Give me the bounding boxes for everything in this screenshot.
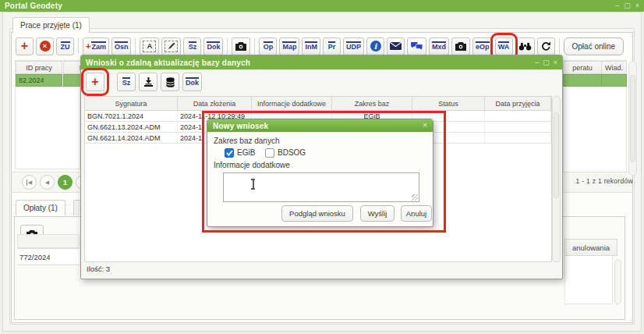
send-button[interactable]: Wyślij: [360, 205, 395, 222]
col-header-status[interactable]: Status: [412, 97, 485, 110]
toolbar-separator: [135, 38, 136, 54]
minimize-icon[interactable]: –: [615, 2, 619, 9]
page-first-button[interactable]: ◀: [22, 175, 37, 190]
col-header-wiad[interactable]: Wiad.: [601, 61, 627, 74]
download-button[interactable]: [139, 73, 157, 91]
resize-grip[interactable]: [412, 194, 418, 201]
area-edit-button[interactable]: [161, 37, 181, 55]
minimize-icon[interactable]: –: [535, 59, 539, 66]
op-button[interactable]: Op: [259, 37, 277, 55]
circle-x-icon: ×: [40, 41, 51, 52]
close-icon[interactable]: ×: [554, 59, 557, 66]
mail-button[interactable]: [387, 37, 405, 55]
search-button[interactable]: [515, 37, 535, 55]
wnioski-dialog-titlebar[interactable]: Wnioski o zdalną aktualizację bazy danyc…: [81, 55, 562, 69]
new-request-button[interactable]: +: [86, 73, 104, 91]
selected-work-row[interactable]: 82.2024: [16, 74, 62, 87]
pr-button[interactable]: Pr: [323, 37, 341, 55]
col-header-sygnatura[interactable]: Sygnatura: [85, 97, 178, 110]
col-header-operat[interactable]: peratu: [563, 61, 602, 74]
tab-prace-przyjete[interactable]: Prace przyjęte (1): [12, 17, 90, 33]
scrollbar-thumb[interactable]: [554, 112, 559, 198]
col-header-id-pracy[interactable]: ID pracy: [16, 61, 62, 74]
works-table-scrollbar[interactable]: [628, 61, 637, 176]
fee-number-cell[interactable]: 772/2024: [17, 248, 80, 265]
col-header-anulowania[interactable]: anulowania: [564, 239, 617, 256]
nowy-wniosek-titlebar[interactable]: Nowy wniosek ×: [207, 119, 433, 132]
wnioski-dialog-title: Wnioski o zdalną aktualizację bazy danyc…: [86, 59, 250, 67]
camera-icon: [235, 41, 247, 51]
camera-button[interactable]: [232, 37, 250, 55]
dashed-area-a-icon: A: [143, 41, 156, 52]
osn-button[interactable]: Osn: [111, 37, 132, 55]
check-icon: [226, 150, 233, 156]
informacje-dodatkowe-label: Informacje dodatkowe: [214, 161, 290, 169]
cell-sygnatura: BGN.7021.1.2024: [85, 111, 178, 121]
close-icon[interactable]: ×: [635, 2, 639, 9]
map-button[interactable]: Map: [279, 37, 299, 55]
zam-label: Zam: [91, 41, 106, 52]
wnioski-table-scrollbar[interactable]: [552, 96, 561, 262]
egib-label[interactable]: EGiB: [237, 148, 255, 157]
pay-online-button[interactable]: Opłać online: [564, 37, 625, 55]
col-header-informacje[interactable]: Informacje dodatkowe: [252, 97, 332, 110]
camera-icon: [455, 41, 467, 51]
maximize-icon[interactable]: ▢: [543, 59, 550, 66]
text-cursor-icon: [250, 179, 256, 190]
refresh-button[interactable]: [537, 37, 555, 55]
wnioski-dok-button[interactable]: Dok: [182, 73, 202, 91]
cell-sygnatura: GN.6621.14.2024.ADM: [85, 133, 178, 143]
add-work-button[interactable]: +: [16, 37, 34, 55]
database-button[interactable]: [161, 73, 179, 91]
dok-button[interactable]: Dok: [203, 37, 223, 55]
col-header-zakres-baz[interactable]: Zakres baz: [332, 97, 412, 110]
oplaty-scrollbar[interactable]: [614, 259, 621, 304]
map-label: Map: [282, 41, 296, 52]
refresh-icon: [541, 41, 551, 52]
mxd-label: Mxd: [432, 41, 446, 52]
egib-checkbox[interactable]: [225, 148, 234, 158]
maximize-icon[interactable]: ▢: [624, 2, 631, 9]
preview-request-button[interactable]: Podgląd wniosku: [281, 205, 353, 222]
dok-label: Dok: [186, 77, 199, 87]
wnioski-sz-button[interactable]: Sz: [117, 73, 136, 91]
cancel-button[interactable]: Anuluj: [401, 205, 432, 222]
info-button[interactable]: i: [366, 37, 384, 55]
cell-data-przyjecia: [485, 133, 551, 143]
chat-button[interactable]: [407, 37, 426, 55]
page-prev-button[interactable]: ◀: [40, 175, 55, 190]
additional-info-textarea[interactable]: [223, 172, 419, 202]
zu-button[interactable]: ZU: [56, 37, 74, 55]
area-select-a-button[interactable]: A: [140, 37, 159, 55]
binoculars-icon: [518, 42, 532, 51]
zam-button[interactable]: +Zam: [83, 37, 109, 55]
scrollbar-thumb[interactable]: [630, 75, 635, 162]
cell-sygnatura: GN.6621.13.2024.ADM: [85, 122, 178, 132]
bdsog-checkbox[interactable]: [265, 148, 274, 158]
count-label: Ilość: 3: [87, 265, 110, 273]
col-header-data-przyjecia[interactable]: Data przyjęcia: [485, 97, 551, 110]
cancel-work-button[interactable]: ×: [36, 37, 54, 55]
tab-oplaty[interactable]: Opłaty (1): [16, 200, 65, 215]
toolbar-separator: [254, 38, 255, 54]
page-1-button[interactable]: 1: [58, 175, 73, 190]
wnioski-table-header: Sygnatura Data złożenia Informacje dodat…: [85, 97, 551, 111]
camera2-button[interactable]: [451, 37, 470, 55]
sz-label: Sz: [122, 77, 131, 87]
sz-button[interactable]: Sz: [183, 37, 201, 55]
udp-button[interactable]: UDP: [343, 37, 364, 55]
chat-bubbles-icon: [410, 41, 423, 51]
eop-button[interactable]: eOp: [472, 37, 493, 55]
selected-work-row-cell[interactable]: [563, 74, 602, 87]
nowy-wniosek-dialog: Nowy wniosek × Zakres baz danych EGiB BD…: [207, 119, 433, 227]
close-icon[interactable]: ×: [423, 122, 427, 130]
toolbar-separator: [78, 38, 79, 54]
bdsog-label[interactable]: BDSOG: [278, 148, 306, 157]
mxd-button[interactable]: Mxd: [429, 37, 449, 55]
toolbar-separator: [227, 38, 228, 54]
wa-button[interactable]: WA: [495, 37, 513, 55]
inm-button[interactable]: InM: [302, 37, 320, 55]
col-header-data-zlozenia[interactable]: Data złożenia: [178, 97, 252, 110]
zakres-baz-label: Zakres baz danych: [214, 137, 280, 145]
selected-work-row-cell[interactable]: [601, 74, 627, 87]
